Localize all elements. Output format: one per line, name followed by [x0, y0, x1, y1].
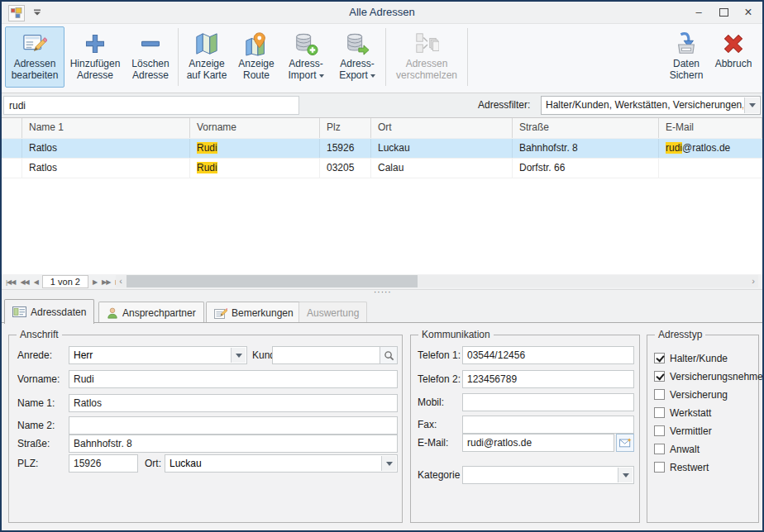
ort-value: Luckau — [170, 455, 380, 472]
first-record-button[interactable]: |◀◀ — [3, 276, 17, 288]
add-address-icon — [84, 30, 107, 58]
plz-input[interactable] — [69, 454, 138, 473]
fax-input[interactable] — [462, 416, 634, 434]
chevron-down-icon — [236, 354, 242, 358]
combo-dropdown-button[interactable] — [744, 97, 759, 113]
kommunikation-group: Kommunikation Telefon 1: Telefon 2: Mobi… — [410, 335, 640, 523]
kundennr-search-button[interactable] — [380, 346, 398, 364]
close-button[interactable]: × — [736, 2, 761, 22]
button-label: Import — [288, 69, 323, 81]
cell-strasse: Bahnhofstr. 8 — [513, 139, 659, 158]
record-position-indicator: 1 von 2 — [42, 275, 88, 288]
combo-dropdown-button[interactable] — [231, 348, 246, 363]
show-on-map-button[interactable]: Anzeige auf Karte — [181, 26, 232, 88]
button-label: Sichern — [670, 69, 704, 81]
ort-combobox[interactable]: Luckau — [165, 454, 398, 473]
scrollbar-thumb[interactable] — [127, 275, 418, 287]
button-label: Adress- — [289, 58, 322, 69]
window-title: Alle Adressen — [2, 2, 762, 23]
prev-record-button[interactable]: ◀ — [31, 276, 41, 288]
column-header-strasse[interactable]: Straße — [513, 118, 659, 138]
merge-addresses-icon — [414, 30, 439, 58]
address-filter-combobox[interactable]: Halter/Kunden, Werkstätten, Versicherung… — [541, 96, 761, 115]
name2-input[interactable] — [69, 416, 398, 435]
checkbox-versicherung[interactable] — [654, 389, 665, 400]
address-import-button[interactable]: Adress- Import — [280, 26, 332, 88]
column-header-vorname[interactable]: Vorname — [190, 118, 320, 138]
next-record-button[interactable]: ▶ — [90, 276, 99, 288]
toolbar-separator — [385, 28, 386, 86]
checkbox-versicherungsnehmer[interactable] — [654, 371, 665, 382]
detail-tabstrip: Adressdaten Ansprechpartner Bemerku — [2, 297, 762, 323]
group-title: Adresstyp — [655, 329, 705, 340]
checkbox-halter-kunde[interactable] — [654, 353, 665, 363]
email-label: E-Mail: — [418, 434, 448, 452]
chevron-down-icon — [623, 473, 629, 477]
tab-ansprechpartner[interactable]: Ansprechpartner — [98, 302, 204, 324]
send-email-button[interactable] — [616, 434, 634, 452]
vorname-input[interactable] — [69, 370, 398, 388]
button-label: bearbeiten — [12, 69, 59, 81]
checkbox-label: Restwert — [670, 462, 709, 473]
column-header-ort[interactable]: Ort — [371, 118, 513, 138]
address-detail-panel: Anschrift Anrede: Herr Kunden-Nr. Vornam… — [2, 322, 762, 530]
address-export-button[interactable]: Adress- Export — [332, 26, 383, 88]
tab-label: Ansprechpartner — [122, 307, 196, 319]
kategorie-combobox[interactable] — [462, 466, 634, 484]
tab-label: Auswertung — [307, 307, 359, 319]
next-page-button[interactable]: ▶▶ — [99, 276, 112, 288]
checkbox-anwalt[interactable] — [654, 444, 665, 454]
show-route-button[interactable]: Anzeige Route — [232, 26, 280, 88]
dropdown-arrow-icon — [370, 74, 375, 78]
mobil-input[interactable] — [462, 393, 634, 411]
database-import-icon — [294, 30, 318, 58]
combo-dropdown-button[interactable] — [381, 456, 396, 471]
name1-input[interactable] — [69, 394, 398, 412]
column-header-plz[interactable]: Plz — [320, 118, 371, 138]
highlighted-match: Rudi — [197, 142, 217, 154]
maximize-button[interactable] — [711, 2, 736, 22]
window-controls: – × — [686, 2, 761, 23]
search-input[interactable] — [3, 96, 299, 115]
pager-buttons: |◀◀ ◀◀ ◀ 1 von 2 ▶ ▶▶ ▶▶| — [3, 275, 127, 288]
horizontal-scrollbar[interactable]: ‹ › — [116, 275, 758, 287]
column-header-name1[interactable]: Name 1 — [22, 118, 190, 138]
button-label: Adressen — [406, 58, 448, 69]
save-data-button[interactable]: Daten Sichern — [663, 26, 709, 88]
checkbox-label: Vermittler — [670, 425, 712, 437]
search-filter-bar: Adressfilter: Halter/Kunden, Werkstätten… — [2, 93, 762, 117]
row-selector-cell — [2, 159, 22, 178]
add-address-button[interactable]: Hinzufügen Adresse — [64, 26, 126, 88]
button-label: Adresse — [77, 69, 113, 81]
anrede-combobox[interactable]: Herr — [69, 346, 247, 364]
telefon1-input[interactable] — [462, 346, 634, 364]
chevron-down-icon — [386, 462, 393, 466]
strasse-input[interactable] — [69, 435, 398, 453]
checkbox-restwert[interactable] — [654, 462, 665, 473]
mobil-label: Mobil: — [418, 393, 444, 411]
telefon2-label: Telefon 2: — [418, 370, 461, 388]
column-header-email[interactable]: E-Mail — [659, 118, 762, 138]
scroll-left-icon[interactable]: ‹ — [116, 275, 126, 287]
email-input[interactable] — [462, 434, 614, 452]
abort-button[interactable]: Abbruch — [709, 26, 757, 88]
toolbar-separator — [178, 28, 179, 86]
tab-bemerkungen[interactable]: Bemerkungen — [206, 302, 302, 324]
prev-page-button[interactable]: ◀◀ — [17, 276, 31, 288]
checkbox-vermittler[interactable] — [654, 425, 665, 436]
edit-addresses-button[interactable]: Adressen bearbeiten — [5, 26, 64, 88]
scroll-right-icon[interactable]: › — [748, 275, 758, 287]
cell-plz: 15926 — [320, 139, 371, 158]
table-row[interactable]: Ratlos Rudi 03205 Calau Dorfstr. 66 — [2, 159, 762, 178]
checkbox-label: Werkstatt — [670, 407, 711, 419]
combo-dropdown-button[interactable] — [618, 468, 633, 482]
checkbox-werkstatt[interactable] — [654, 407, 665, 418]
map-icon — [194, 30, 219, 58]
tab-adressdaten[interactable]: Adressdaten — [4, 299, 94, 324]
telefon2-input[interactable] — [462, 370, 634, 388]
minimize-button[interactable]: – — [686, 2, 711, 22]
table-row[interactable]: Ratlos Rudi 15926 Luckau Bahnhofstr. 8 r… — [2, 139, 762, 159]
delete-address-button[interactable]: Löschen Adresse — [126, 26, 175, 88]
tab-label: Bemerkungen — [232, 307, 294, 319]
button-label: Route — [243, 69, 270, 81]
